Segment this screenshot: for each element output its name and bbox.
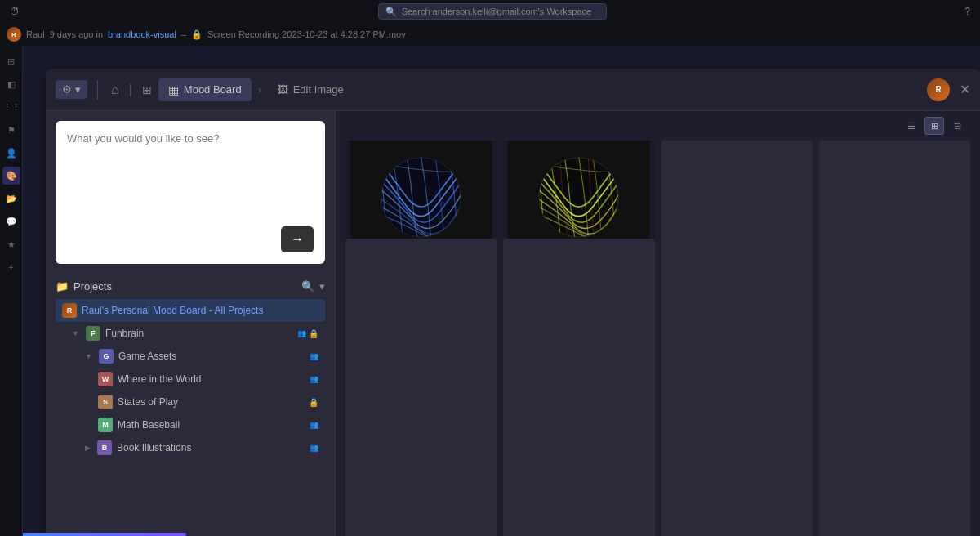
badge-users-world: 👥 [310,375,318,383]
list-icon: ☰ [907,121,915,132]
edit-image-label: Edit Image [293,83,344,96]
view-list-button[interactable]: ☰ [902,117,921,135]
prompt-submit-button[interactable]: → [281,226,314,252]
timer-icon[interactable]: ⏱ [10,6,20,17]
badge-lock: 🔒 [309,329,318,338]
grid-cell-5[interactable] [345,239,497,352]
grid-cell-16[interactable] [819,435,970,536]
grid-cell-13[interactable] [345,435,497,536]
grid-cell-9[interactable] [345,337,497,450]
grid-cell-6[interactable] [503,239,654,352]
project-badges-states: 🔒 [309,398,318,407]
arrow-icon: → [291,232,304,247]
collapse-arrow-game[interactable]: ▼ [85,352,92,360]
project-avatar-book: B [97,440,112,455]
list-item[interactable]: ▼ F Funbrain 👥 🔒 [56,322,325,345]
lock-icon: 🔒 [191,29,203,40]
gear-button[interactable]: ⚙ ▾ [56,80,87,99]
project-badges-world: 👥 [310,375,318,383]
gear-icon: ⚙ [62,83,72,96]
left-panel: → 📁 Projects 🔍 ▾ [46,111,336,536]
list-item[interactable]: ▼ G Game Assets 👥 [56,345,325,368]
edit-image-icon: 🖼 [278,83,288,96]
project-avatar-world: W [98,372,113,386]
grid-toolbar: ☰ ⊞ ⊟ [336,111,980,141]
sphere-image-1 [345,141,497,254]
project-avatar-funbrain: F [86,326,100,341]
grid-cell-1[interactable] [345,141,497,254]
grid-cell-15[interactable] [662,435,813,536]
view-large-button[interactable]: ⊟ [947,117,967,135]
sidebar-icon-grid[interactable]: ⋮⋮ [2,98,20,116]
tab-separator: › [258,84,261,96]
search-icon: 🔍 [385,7,397,17]
grid-cell-7[interactable] [662,239,813,352]
grid-nav-icon[interactable]: ⊞ [139,80,155,100]
recording-name: Screen Recording 2023-10-23 at 4.28.27 P… [207,29,406,39]
grid-cell-10[interactable] [503,337,654,450]
sidebar-icon-plus[interactable]: + [2,258,20,276]
project-avatar-states: S [98,395,113,409]
badge-users-game: 👥 [310,352,318,360]
project-name-game: Game Assets [118,351,305,362]
sidebar-icon-star[interactable]: ★ [2,235,20,253]
top-bar-center: 🔍 Search anderson.kelli@gmail.com's Work… [378,3,607,20]
collapse-arrow-funbrain[interactable]: ▼ [72,329,79,337]
main-layout: ⊞ ◧ ⋮⋮ ⚑ 👤 🎨 📂 💬 ★ + ⚙ ▾ ⌂ | [0,46,980,536]
search-bar[interactable]: 🔍 Search anderson.kelli@gmail.com's Work… [378,3,607,20]
large-icon: ⊟ [954,121,961,132]
mood-board-tab[interactable]: ▦ Mood Board [158,78,252,101]
mood-board-label: Mood Board [184,83,242,96]
user-location: brandbook-visual [108,29,176,39]
grid-cell-3[interactable] [662,141,813,254]
grid-cell-4[interactable] [819,141,970,254]
top-bar-left: ⏱ [10,6,20,17]
projects-title-row: 📁 Projects [56,280,112,293]
user-name: Raul [26,29,45,39]
sidebar-icon-layers[interactable]: ◧ [2,75,20,93]
close-button[interactable]: ✕ [960,82,970,97]
user-time-ago: 9 days ago in [50,29,103,39]
project-name-book: Book Illustrations [117,442,305,453]
projects-folder-icon: 📁 [56,280,69,293]
project-avatar-game: G [99,349,114,364]
list-item[interactable]: S States of Play 🔒 [56,391,325,413]
help-icon[interactable]: ? [964,6,970,17]
grid-cell-14[interactable] [503,435,654,536]
mood-board-icon: ▦ [168,83,179,96]
grid-cell-8[interactable] [819,239,970,352]
list-item[interactable]: M Math Baseball 👥 [56,413,325,436]
project-list: R Raul's Personal Mood Board - All Proje… [56,299,325,536]
list-item[interactable]: ▶ B Book Illustrations 👥 [56,436,325,459]
location-separator: – [181,29,186,39]
left-sidebar: ⊞ ◧ ⋮⋮ ⚑ 👤 🎨 📂 💬 ★ + [0,46,23,536]
edit-image-tab[interactable]: 🖼 Edit Image [268,78,354,100]
sidebar-icon-chat[interactable]: 💬 [2,212,20,230]
grid-cell-2[interactable] [503,141,654,254]
grid-cell-11[interactable] [662,337,813,450]
user-badge-small: R [7,27,21,42]
right-panel: ☰ ⊞ ⊟ [336,111,980,536]
grid-cell-12[interactable] [819,337,970,450]
view-grid-button[interactable]: ⊞ [924,117,944,135]
sidebar-icon-home[interactable]: ⊞ [2,52,20,70]
sidebar-icon-folder[interactable]: 📂 [2,190,20,208]
sidebar-icon-palette[interactable]: 🎨 [2,167,20,185]
projects-title: Projects [74,280,112,293]
sidebar-icon-user[interactable]: 👤 [2,144,20,162]
list-item[interactable]: W Where in the World 👥 [56,368,325,391]
project-badges-game: 👥 [310,352,318,360]
prompt-input[interactable] [67,132,314,252]
badge-users-math: 👥 [310,421,318,429]
sidebar-icon-flag[interactable]: ⚑ [2,121,20,139]
projects-chevron-button[interactable]: ▾ [319,280,325,293]
home-button[interactable]: ⌂ [108,79,122,100]
project-name-world: Where in the World [118,373,305,385]
modal-header-left: ⚙ ▾ ⌂ | ⊞ ▦ Mood Board › 🖼 Edit Image [56,78,354,101]
projects-actions: 🔍 ▾ [301,280,325,293]
collapse-arrow-book[interactable]: ▶ [85,444,91,452]
list-item[interactable]: R Raul's Personal Mood Board - All Proje… [56,299,325,322]
projects-search-button[interactable]: 🔍 [301,280,314,293]
project-avatar-math: M [98,418,113,432]
badge-users-book: 👥 [310,444,318,452]
